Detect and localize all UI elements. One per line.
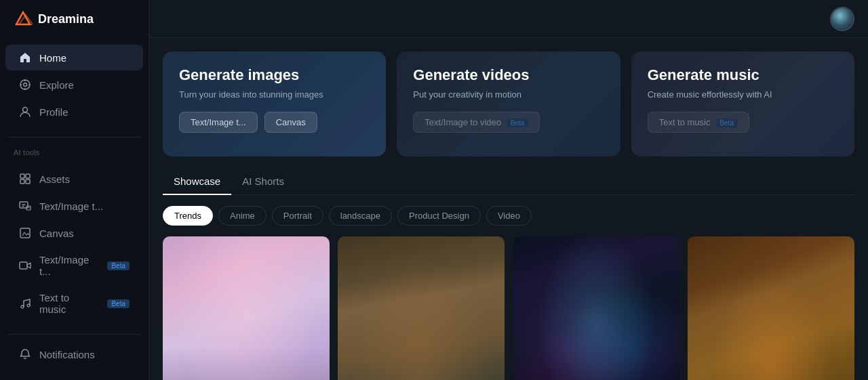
text-music-button[interactable]: Text to music Beta <box>648 112 749 133</box>
filter-landscape[interactable]: landscape <box>329 206 392 226</box>
text-music-label: Text to music <box>659 117 711 127</box>
svg-point-2 <box>20 80 30 89</box>
text-image-button[interactable]: Text/Image t... <box>179 112 258 133</box>
hero-card-music-subtitle: Create music effortlessly with AI <box>648 89 838 100</box>
hero-card-images-buttons: Text/Image t... Canvas <box>179 112 370 133</box>
logo-area[interactable]: Dreamina <box>0 0 149 38</box>
sidebar-item-assets-label: Assets <box>39 173 70 185</box>
textimage-icon <box>19 200 31 212</box>
sidebar-item-explore[interactable]: Explore <box>5 72 143 98</box>
sidebar-item-canvas[interactable]: Canvas <box>5 220 143 246</box>
hero-card-images[interactable]: Generate images Turn your ideas into stu… <box>163 51 386 156</box>
hero-card-videos[interactable]: Generate videos Put your creativity in m… <box>397 51 620 156</box>
main-content: Generate images Turn your ideas into stu… <box>149 0 868 380</box>
hero-card-music[interactable]: Generate music Create music effortlessly… <box>631 51 854 156</box>
divider-2 <box>8 334 140 335</box>
svg-rect-12 <box>26 180 30 184</box>
sidebar-item-profile[interactable]: Profile <box>5 99 143 125</box>
text-image-video-label: Text/Image to video <box>425 117 501 127</box>
textimage-video-icon <box>19 259 31 272</box>
sidebar-item-canvas-label: Canvas <box>39 228 74 239</box>
hero-card-videos-buttons: Text/Image to video Beta <box>413 112 604 133</box>
sidebar-item-textimage[interactable]: Text/Image t... <box>5 193 143 219</box>
hero-card-music-title: Generate music <box>648 66 838 84</box>
canvas-icon <box>19 227 31 239</box>
showcase-tabs: Showcase AI Shorts <box>163 170 854 195</box>
hero-card-videos-subtitle: Put your creativity in motion <box>413 89 604 100</box>
home-icon <box>19 51 31 64</box>
music-icon <box>19 297 31 310</box>
image-grid <box>163 236 854 380</box>
sidebar-item-profile-label: Profile <box>39 106 68 118</box>
bell-icon <box>19 348 31 360</box>
profile-icon <box>19 106 31 118</box>
sidebar-item-textimage-video[interactable]: Text/Image t... Beta <box>5 247 143 284</box>
avatar[interactable] <box>830 7 854 31</box>
tools-nav: Assets Text/Image t... Canvas <box>0 159 149 329</box>
filter-video[interactable]: Video <box>486 206 532 226</box>
svg-rect-10 <box>26 174 30 178</box>
filter-trends[interactable]: Trends <box>163 206 213 226</box>
filter-portrait[interactable]: Portrait <box>272 206 323 226</box>
image-card-2[interactable] <box>338 236 505 380</box>
sidebar-item-notifications[interactable]: Notifications <box>5 341 143 367</box>
sidebar-item-textimage-video-label: Text/Image t... <box>39 254 96 277</box>
filter-product-design[interactable]: Product Design <box>397 206 481 226</box>
sidebar-item-assets[interactable]: Assets <box>5 166 143 192</box>
divider-1 <box>8 137 140 138</box>
hero-card-images-title: Generate images <box>179 66 370 84</box>
assets-icon <box>19 173 31 185</box>
main-nav: Home Explore Pro <box>0 38 149 131</box>
app-name: Dreamina <box>38 12 94 26</box>
ai-tools-label: AI tools <box>0 143 149 159</box>
hero-card-videos-title: Generate videos <box>413 66 604 84</box>
sidebar-item-textimage-label: Text/Image t... <box>39 200 103 212</box>
hero-card-images-subtitle: Turn your ideas into stunning images <box>179 89 370 100</box>
sidebar-item-textmusic[interactable]: Text to music Beta <box>5 285 143 322</box>
hero-card-music-buttons: Text to music Beta <box>648 112 838 133</box>
svg-rect-16 <box>20 262 27 269</box>
svg-point-3 <box>24 83 27 87</box>
sidebar-item-explore-label: Explore <box>39 79 74 91</box>
image-card-4[interactable] <box>688 236 854 380</box>
svg-rect-11 <box>20 180 24 184</box>
sidebar-item-home[interactable]: Home <box>5 45 143 70</box>
logo-icon <box>14 9 33 28</box>
svg-rect-9 <box>20 174 24 178</box>
tab-showcase[interactable]: Showcase <box>163 170 231 195</box>
sidebar-item-home-label: Home <box>39 52 66 64</box>
filter-anime[interactable]: Anime <box>218 206 267 226</box>
textmusic-beta: Beta <box>107 299 130 308</box>
sidebar: Dreamina Home Explore <box>0 0 149 380</box>
image-card-3[interactable] <box>513 236 679 380</box>
image-card-1[interactable] <box>163 236 330 380</box>
avatar-image <box>831 8 853 30</box>
explore-icon <box>19 79 31 91</box>
showcase-section: Showcase AI Shorts Trends Anime Portrait… <box>149 156 868 380</box>
video-beta-badge: Beta <box>507 119 529 127</box>
textimage-video-beta: Beta <box>107 261 130 270</box>
filter-pills: Trends Anime Portrait landscape Product … <box>163 206 854 226</box>
hero-cards-container: Generate images Turn your ideas into stu… <box>149 38 868 156</box>
svg-point-18 <box>27 304 30 307</box>
sidebar-item-textmusic-label: Text to music <box>39 292 96 315</box>
sidebar-item-notifications-label: Notifications <box>39 349 95 360</box>
music-beta-badge: Beta <box>715 119 738 127</box>
canvas-button[interactable]: Canvas <box>264 112 317 133</box>
text-image-video-button[interactable]: Text/Image to video Beta <box>413 112 540 133</box>
topbar <box>149 0 868 38</box>
svg-point-17 <box>21 305 24 308</box>
svg-point-8 <box>23 108 28 112</box>
tab-ai-shorts[interactable]: AI Shorts <box>231 170 295 195</box>
